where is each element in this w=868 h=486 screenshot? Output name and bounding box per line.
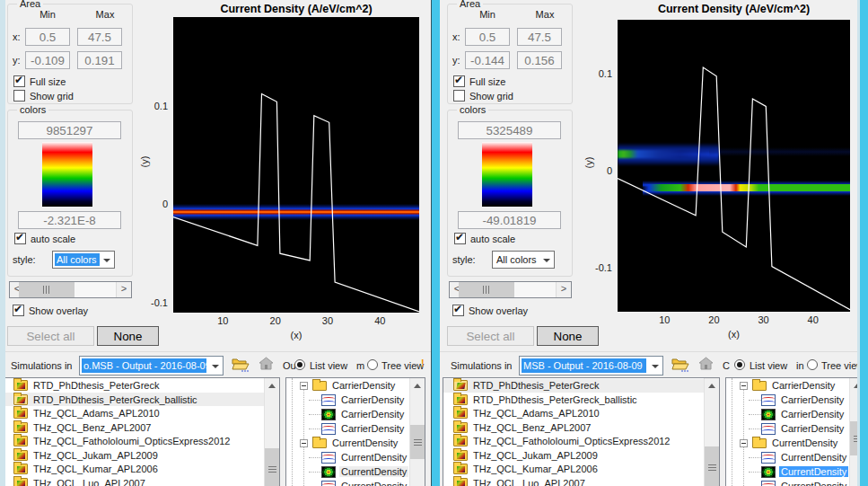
heatmap-plot[interactable] (618, 20, 850, 312)
scrollbar-thumb[interactable] (265, 448, 279, 486)
tree-item[interactable]: CarrierDensity (286, 421, 425, 436)
scrollbar-thumb[interactable] (459, 282, 514, 297)
y-max-field[interactable] (517, 51, 562, 69)
list-item[interactable]: THz_QCL_Jukam_APL2009 (443, 448, 719, 462)
scrollbar-thumb[interactable] (410, 425, 425, 459)
color-max-field[interactable] (458, 121, 561, 139)
simulations-combobox[interactable]: o.MSB - Output - 2016-08-09 (79, 356, 224, 376)
list-item[interactable]: THz_QCL_Jukam_APL2009 (4, 448, 279, 462)
color-min-field[interactable] (18, 211, 121, 229)
collapse-icon[interactable] (300, 439, 308, 447)
list-item[interactable]: THz_QCL_Fathololoumi_OpticsExpress2012 (443, 435, 719, 448)
tree-item[interactable]: CurrentDensity (286, 436, 425, 450)
home-icon[interactable] (698, 357, 716, 372)
frame-scrollbar[interactable]: < > (449, 281, 572, 298)
show-overlay-checkbox[interactable] (13, 305, 24, 316)
tree-item[interactable]: CurrentDensity (726, 450, 864, 464)
scroll-up-button[interactable] (265, 378, 279, 393)
list-scrollbar[interactable] (704, 378, 719, 486)
simulation-list[interactable]: RTD_PhDthesis_PeterGreck RTD_PhDthesis_P… (3, 377, 280, 486)
x-max-field[interactable] (77, 28, 122, 46)
style-combobox[interactable]: All colors (52, 251, 115, 269)
list-item[interactable]: THz_QCL_Luo_APL2007 (443, 476, 719, 486)
x-min-field[interactable] (465, 28, 510, 46)
collapse-icon[interactable] (300, 382, 308, 390)
tree-item[interactable]: CurrentDensity (286, 464, 425, 479)
style-combobox[interactable]: All colors (492, 251, 555, 269)
simulation-list[interactable]: RTD_PhDthesis_PeterGreck RTD_PhDthesis_P… (443, 377, 720, 486)
folder-icon (312, 381, 327, 391)
list-item[interactable]: RTD_PhDthesis_PeterGreck_ballistic (443, 393, 719, 406)
scrollbar-thumb[interactable] (19, 282, 75, 297)
list-item[interactable]: THz_QCL_Adams_APL2010 (4, 407, 279, 420)
tree-view-radio[interactable] (367, 359, 378, 370)
output-tree[interactable]: CarrierDensity CarrierDensity CarrierDen… (725, 377, 865, 486)
open-simulation-folder-icon (453, 380, 468, 391)
tree-item[interactable]: CurrentDensity (726, 436, 864, 450)
tree-item[interactable]: CarrierDensity (286, 393, 425, 407)
full-size-checkbox[interactable] (453, 75, 465, 87)
collapse-icon[interactable] (740, 439, 748, 447)
tree-item[interactable]: CarrierDensity (726, 378, 864, 393)
tree-item[interactable]: CarrierDensity (726, 407, 864, 421)
select-all-button[interactable]: Select all (7, 326, 94, 346)
list-item[interactable]: THz_QCL_Kumar_APL2006 (443, 463, 719, 476)
scroll-up-button[interactable] (410, 378, 425, 393)
x-min-field[interactable] (25, 28, 70, 46)
list-item[interactable]: RTD_PhDthesis_PeterGreck_ballistic (4, 393, 279, 406)
list-item[interactable]: RTD_PhDthesis_PeterGreck (4, 379, 279, 393)
scrollbar-thumb[interactable] (705, 446, 719, 486)
none-button[interactable]: None (537, 326, 599, 346)
plot-title: Current Density (A/eV/cm^2) (173, 3, 419, 15)
list-item[interactable]: THz_QCL_Luo_APL2007 (4, 476, 279, 486)
scroll-up-button[interactable] (705, 378, 719, 393)
show-overlay-checkbox[interactable] (452, 305, 464, 316)
select-all-button[interactable]: Select all (447, 326, 534, 346)
scroll-right-button[interactable]: > (556, 282, 571, 297)
tree-scrollbar[interactable] (409, 378, 425, 486)
list-view-radio[interactable] (294, 359, 305, 370)
auto-scale-checkbox[interactable] (454, 233, 466, 244)
full-size-checkbox[interactable] (13, 75, 25, 87)
clipped-icon-fragment: ! (421, 358, 425, 368)
tree-item[interactable]: CurrentDensity (726, 464, 864, 479)
home-icon[interactable] (259, 357, 276, 372)
tree-view-radio[interactable] (807, 359, 818, 370)
tree-item-label: CarrierDensity (779, 409, 846, 420)
list-scrollbar[interactable] (264, 378, 279, 486)
x-max-field[interactable] (517, 28, 562, 46)
list-item[interactable]: RTD_PhDthesis_PeterGreck (443, 379, 719, 393)
y-tick-label: -0.1 (580, 262, 612, 273)
list-item[interactable]: THz_QCL_Benz_APL2007 (4, 420, 279, 434)
color-max-field[interactable] (18, 121, 121, 139)
y-min-field[interactable] (25, 51, 70, 69)
output-tree[interactable]: CarrierDensity CarrierDensity CarrierDen… (285, 377, 425, 486)
grip-icon (483, 286, 490, 294)
tree-item[interactable]: CurrentDensity (286, 450, 425, 464)
tree-item[interactable]: CarrierDensity (286, 378, 425, 393)
simulations-combobox[interactable]: MSB - Output - 2016-08-09 (519, 356, 663, 376)
frame-scrollbar[interactable]: < > (9, 281, 132, 298)
tree-item[interactable]: CarrierDensity (726, 393, 864, 407)
list-view-radio[interactable] (734, 359, 745, 370)
collapse-icon[interactable] (740, 382, 748, 390)
open-folder-icon[interactable] (232, 357, 250, 372)
list-item[interactable]: THz_QCL_Adams_APL2010 (443, 407, 719, 420)
tree-item[interactable]: CarrierDensity (286, 407, 425, 421)
y-max-field[interactable] (77, 51, 122, 69)
open-folder-icon[interactable] (671, 357, 689, 372)
list-item[interactable]: THz_QCL_Fathololoumi_OpticsExpress2012 (4, 435, 279, 448)
list-item[interactable]: THz_QCL_Benz_APL2007 (443, 420, 719, 434)
heatmap-plot[interactable] (173, 17, 419, 313)
none-button[interactable]: None (97, 326, 159, 346)
auto-scale-checkbox[interactable] (14, 233, 26, 244)
tree-item[interactable]: CurrentDensity (286, 479, 425, 486)
y-min-field[interactable] (465, 51, 510, 69)
scroll-right-button[interactable]: > (116, 282, 131, 297)
list-item[interactable]: THz_QCL_Kumar_APL2006 (4, 463, 279, 476)
show-grid-checkbox[interactable] (13, 90, 25, 102)
show-grid-checkbox[interactable] (453, 90, 465, 102)
color-min-field[interactable] (458, 211, 561, 229)
tree-item[interactable]: CurrentDensity (726, 479, 864, 486)
tree-item[interactable]: CarrierDensity (726, 421, 864, 436)
